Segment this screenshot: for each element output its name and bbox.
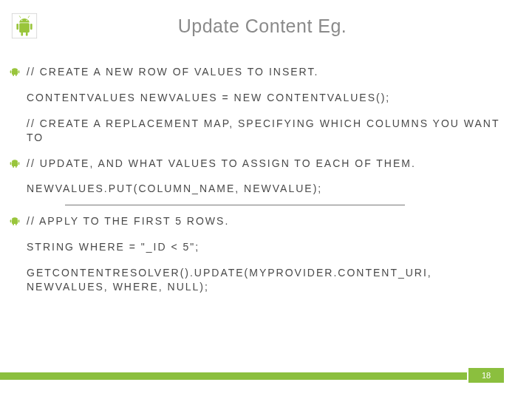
svg-rect-11 bbox=[10, 70, 12, 73]
svg-rect-17 bbox=[18, 162, 20, 165]
svg-rect-15 bbox=[12, 162, 18, 166]
code-line: // CREATE A NEW ROW OF VALUES TO INSERT. bbox=[27, 65, 505, 79]
svg-rect-10 bbox=[12, 70, 18, 75]
svg-rect-20 bbox=[12, 219, 18, 224]
section-divider bbox=[65, 205, 405, 205]
code-line: STRING WHERE = "_ID < 5"; bbox=[27, 240, 505, 254]
svg-rect-24 bbox=[16, 224, 17, 226]
svg-point-2 bbox=[21, 20, 23, 21]
code-line: CONTENTVALUES NEWVALUES = NEW CONTENTVAL… bbox=[27, 91, 505, 105]
svg-rect-14 bbox=[16, 74, 17, 76]
svg-rect-18 bbox=[13, 166, 14, 168]
android-bullet-icon bbox=[9, 157, 21, 169]
android-bullet-icon bbox=[9, 66, 21, 78]
page-number: 18 bbox=[468, 368, 504, 383]
android-bullet-icon bbox=[9, 215, 21, 227]
svg-rect-13 bbox=[13, 74, 14, 76]
svg-point-3 bbox=[27, 20, 28, 21]
slide-body: // CREATE A NEW ROW OF VALUES TO INSERT.… bbox=[0, 49, 532, 294]
slide-footer: 18 bbox=[0, 368, 532, 390]
code-line: NEWVALUES.PUT(COLUMN_NAME, NEWVALUE); bbox=[27, 182, 505, 196]
code-text: // UPDATE, AND WHAT VALUES TO ASSIGN TO … bbox=[27, 157, 416, 169]
svg-rect-23 bbox=[13, 224, 14, 226]
svg-rect-22 bbox=[18, 220, 20, 223]
svg-rect-16 bbox=[10, 162, 12, 165]
android-icon bbox=[10, 12, 38, 40]
footer-accent-bar bbox=[0, 372, 467, 380]
code-line: // APPLY TO THE FIRST 5 ROWS. bbox=[27, 214, 505, 228]
svg-rect-6 bbox=[21, 32, 23, 35]
code-line: // CREATE A REPLACEMENT MAP, SPECIFYING … bbox=[27, 117, 505, 145]
svg-rect-1 bbox=[19, 23, 30, 33]
svg-rect-19 bbox=[16, 166, 17, 168]
svg-rect-12 bbox=[18, 70, 20, 73]
svg-rect-21 bbox=[10, 220, 12, 223]
code-text: // CREATE A NEW ROW OF VALUES TO INSERT. bbox=[27, 66, 318, 78]
svg-rect-4 bbox=[16, 24, 18, 30]
svg-rect-7 bbox=[26, 32, 28, 35]
svg-rect-5 bbox=[30, 24, 33, 30]
code-text: // APPLY TO THE FIRST 5 ROWS. bbox=[27, 215, 229, 227]
code-line: // UPDATE, AND WHAT VALUES TO ASSIGN TO … bbox=[27, 157, 505, 171]
slide-header: Update Content Eg. bbox=[0, 0, 532, 49]
slide-title: Update Content Eg. bbox=[38, 16, 486, 37]
code-line: GETCONTENTRESOLVER().UPDATE(MYPROVIDER.C… bbox=[27, 266, 505, 294]
